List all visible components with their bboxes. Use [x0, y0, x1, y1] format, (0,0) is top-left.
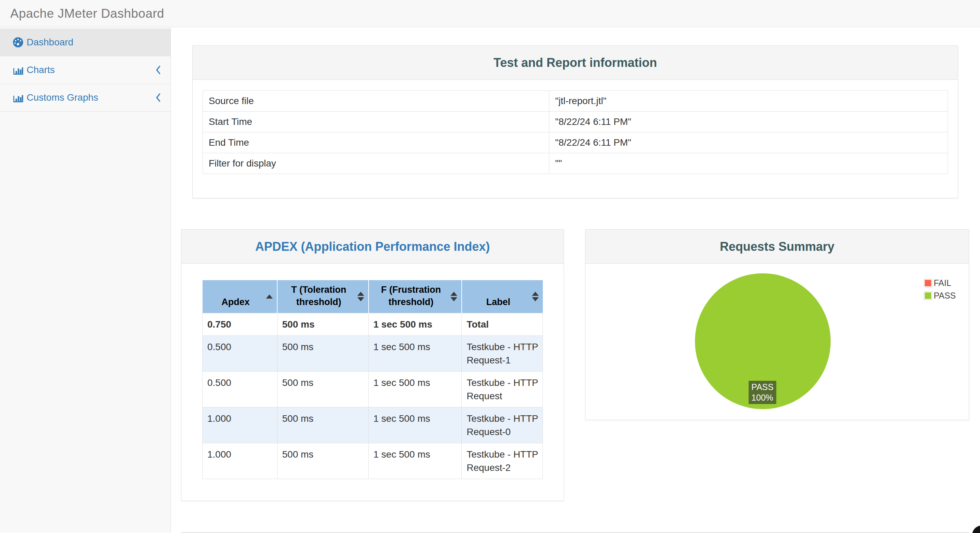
- apdex-column-header-f[interactable]: F (Frustration threshold): [369, 280, 462, 313]
- apdex-panel-title[interactable]: APDEX (Application Performance Index): [255, 239, 490, 254]
- info-row: End Time"8/22/24 6:11 PM": [203, 132, 948, 153]
- apdex-row: 0.500500 ms1 sec 500 msTestkube - HTTP R…: [202, 336, 543, 372]
- pie-slice-label-percent: 100%: [751, 393, 774, 403]
- apdex-value-cell: 1.000: [202, 407, 278, 443]
- frustration-cell: 1 sec 500 ms: [369, 443, 462, 479]
- info-panel-title: Test and Report information: [493, 56, 657, 70]
- label-cell: Testkube - HTTP Request-1: [462, 336, 543, 372]
- sidebar-item-label: Charts: [27, 64, 54, 75]
- frustration-cell: 1 sec 500 ms: [369, 313, 462, 336]
- sidebar-item-label: Dashboard: [27, 37, 73, 48]
- apdex-column-header-label[interactable]: Label: [462, 280, 543, 313]
- requests-panel-body: PASS 100% FAILPASS: [585, 264, 969, 420]
- toleration-cell: 500 ms: [277, 407, 368, 443]
- column-header-label: F (Frustration threshold): [381, 285, 441, 307]
- info-row-value: "": [549, 153, 948, 174]
- info-panel-heading: Test and Report information: [192, 46, 958, 80]
- apdex-panel-heading: APDEX (Application Performance Index): [181, 230, 564, 264]
- sort-both-icon: [532, 292, 539, 301]
- apdex-panel: APDEX (Application Performance Index) Ap…: [181, 229, 564, 501]
- pass-swatch: [924, 291, 932, 300]
- info-row: Source file"jtl-report.jtl": [203, 91, 948, 112]
- bar-chart-icon: [12, 64, 27, 76]
- pie-legend: FAILPASS: [924, 278, 956, 303]
- info-row-label: End Time: [203, 132, 549, 153]
- apdex-row: 0.750500 ms1 sec 500 msTotal: [202, 313, 543, 336]
- toleration-cell: 500 ms: [277, 372, 368, 407]
- toleration-cell: 500 ms: [277, 313, 368, 336]
- frustration-cell: 1 sec 500 ms: [369, 407, 462, 443]
- app-header: Apache JMeter Dashboard: [0, 0, 980, 27]
- chevron-left-icon[interactable]: [155, 93, 161, 103]
- column-header-label: T (Toleration threshold): [291, 285, 347, 307]
- frustration-cell: 1 sec 500 ms: [369, 372, 462, 407]
- sidebar-menu: DashboardChartsCustoms Graphs: [0, 29, 170, 112]
- legend-label: FAIL: [934, 278, 951, 288]
- label-cell: Testkube - HTTP Request-0: [462, 407, 543, 443]
- legend-item-fail[interactable]: FAIL: [924, 278, 956, 288]
- sort-both-icon: [450, 292, 457, 301]
- info-row: Filter for display"": [203, 153, 948, 174]
- legend-item-pass[interactable]: PASS: [924, 291, 956, 301]
- page-title: Apache JMeter Dashboard: [10, 6, 164, 21]
- column-header-label: Label: [486, 297, 511, 307]
- info-table: Source file"jtl-report.jtl"Start Time"8/…: [202, 91, 948, 174]
- info-panel: Test and Report information Source file"…: [192, 45, 958, 198]
- toleration-cell: 500 ms: [277, 336, 368, 372]
- requests-panel-heading: Requests Summary: [585, 230, 969, 264]
- toleration-cell: 500 ms: [277, 443, 368, 479]
- info-row-value: "8/22/24 6:11 PM": [549, 112, 948, 132]
- apdex-row: 1.000500 ms1 sec 500 msTestkube - HTTP R…: [202, 407, 543, 443]
- panels-row: APDEX (Application Performance Index) Ap…: [181, 229, 969, 501]
- fail-swatch: [924, 279, 932, 287]
- bar-chart-icon: [12, 92, 27, 104]
- info-panel-body: Source file"jtl-report.jtl"Start Time"8/…: [192, 80, 958, 198]
- sidebar-item-label: Customs Graphs: [27, 92, 98, 103]
- info-row-value: "8/22/24 6:11 PM": [549, 132, 948, 153]
- apdex-table: ApdexT (Toleration threshold)F (Frustrat…: [202, 280, 543, 479]
- frustration-cell: 1 sec 500 ms: [369, 336, 462, 372]
- apdex-row: 0.500500 ms1 sec 500 msTestkube - HTTP R…: [202, 372, 543, 407]
- tachometer-icon: [12, 37, 27, 48]
- requests-panel-title: Requests Summary: [720, 239, 834, 254]
- apdex-column-header-apdex[interactable]: Apdex: [202, 280, 278, 313]
- pie-slice-label: PASS 100%: [749, 381, 776, 404]
- info-row-label: Filter for display: [203, 153, 549, 174]
- info-row: Start Time"8/22/24 6:11 PM": [203, 112, 948, 132]
- apdex-value-cell: 0.500: [202, 372, 278, 407]
- apdex-value-cell: 0.500: [202, 336, 278, 372]
- chevron-left-icon[interactable]: [155, 65, 161, 75]
- info-row-value: "jtl-report.jtl": [549, 91, 948, 112]
- apdex-column-header-t[interactable]: T (Toleration threshold): [277, 280, 368, 313]
- apdex-value-cell: 1.000: [202, 443, 278, 479]
- sidebar: DashboardChartsCustoms Graphs: [0, 27, 171, 533]
- apdex-panel-body: ApdexT (Toleration threshold)F (Frustrat…: [181, 264, 564, 501]
- sort-both-icon: [357, 292, 364, 301]
- requests-summary-panel: Requests Summary PASS 100% FAILPASS: [585, 229, 969, 420]
- apdex-value-cell: 0.750: [202, 313, 278, 336]
- label-cell: Testkube - HTTP Request-2: [462, 443, 543, 479]
- sidebar-item-customs-graphs[interactable]: Customs Graphs: [0, 84, 170, 112]
- apdex-row: 1.000500 ms1 sec 500 msTestkube - HTTP R…: [202, 443, 543, 479]
- column-header-label: Apdex: [222, 297, 250, 307]
- pie-slice-label-name: PASS: [751, 382, 774, 393]
- info-row-label: Source file: [203, 91, 549, 112]
- label-cell: Total: [462, 313, 543, 336]
- main-content: Test and Report information Source file"…: [171, 27, 980, 533]
- sidebar-item-charts[interactable]: Charts: [0, 56, 170, 84]
- info-row-label: Start Time: [203, 112, 549, 132]
- label-cell: Testkube - HTTP Request: [462, 372, 543, 407]
- sort-ascending-icon: [266, 294, 273, 298]
- legend-label: PASS: [934, 291, 956, 301]
- sidebar-item-dashboard[interactable]: Dashboard: [0, 29, 170, 56]
